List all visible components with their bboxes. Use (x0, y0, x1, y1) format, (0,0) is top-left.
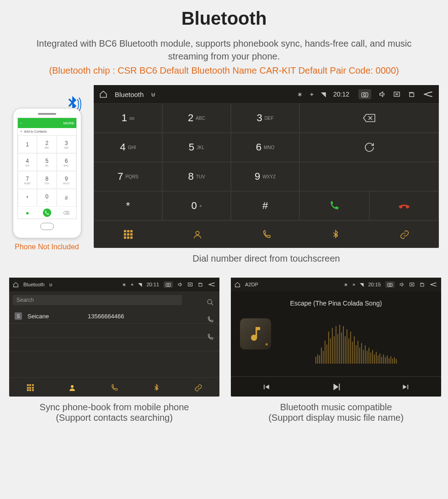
contact-row[interactable]: S Seicane 13566664466 (9, 309, 219, 324)
dialer-navbar (94, 220, 439, 248)
nav-keypad[interactable] (94, 221, 163, 248)
back-icon[interactable] (429, 282, 437, 287)
music-caption-2: (Support display music file name) (231, 413, 441, 423)
home-icon[interactable] (235, 282, 240, 288)
close-icon[interactable] (409, 282, 415, 287)
nav-call-log[interactable] (232, 221, 301, 248)
phone-key-#: # (57, 189, 76, 207)
bluetooth-icon: ∗ (122, 282, 126, 288)
page-title: Bluetooth (9, 8, 439, 29)
dialpad-key-7[interactable]: 7PQRS (94, 162, 162, 191)
dialer-caption: Dial number direct from touchscreen (94, 253, 439, 264)
nav-contacts[interactable] (163, 221, 232, 248)
volume-icon[interactable] (399, 282, 405, 287)
phone-backspace-icon: ⌫ (57, 207, 76, 219)
nav-link[interactable] (370, 221, 439, 248)
dialpad-key-3[interactable]: 3DEF (231, 103, 299, 133)
call-icon[interactable] (207, 316, 214, 323)
dialpad-key-2[interactable]: 2ABC (162, 103, 231, 133)
empty-cell (299, 162, 439, 191)
plus-icon: + (21, 130, 22, 133)
recent-apps-icon[interactable] (419, 282, 425, 287)
camera-icon[interactable] (164, 281, 173, 288)
nav-link[interactable] (177, 378, 219, 397)
location-icon: ⌖ (352, 282, 355, 288)
nav-call-log[interactable] (93, 378, 135, 397)
wifi-icon: ◥ (360, 282, 363, 288)
dialpad-key-4[interactable]: 4GHI (94, 133, 162, 162)
contacts-topbar: Bluetooth ⊍ ∗ ⌖ ◥ 20:11 (9, 278, 219, 291)
bluetooth-icon: ∗ (297, 91, 303, 98)
contact-name: Seicane (27, 313, 82, 320)
phone-video-call-icon: ■ (18, 207, 37, 219)
svg-point-11 (71, 385, 74, 388)
phone-more-label: MORE (64, 121, 75, 125)
call-button[interactable] (299, 191, 369, 220)
dialpad-key-*[interactable]: * (94, 191, 162, 220)
dialpad-key-#[interactable]: # (231, 191, 299, 220)
contacts-topbar-title: Bluetooth (23, 282, 44, 287)
svg-rect-15 (421, 284, 424, 286)
dialpad-key-1[interactable]: 1oo (94, 103, 162, 133)
phone-key-0: 0+ (37, 189, 57, 207)
phone-key-8: 8TUV (37, 171, 57, 189)
close-icon[interactable] (393, 91, 400, 98)
music-topbar-title: A2DP (245, 282, 258, 287)
add-contacts-label: Add to Contacts (24, 130, 47, 133)
search-icon[interactable] (207, 299, 214, 306)
prev-track-button[interactable] (231, 377, 301, 397)
contacts-navbar (9, 377, 219, 397)
play-pause-button[interactable] (301, 377, 371, 397)
music-note-icon: ∗ (240, 318, 271, 349)
music-controls (231, 376, 441, 397)
dialpad-key-9[interactable]: 9WXYZ (231, 162, 299, 191)
dialer-screen: Bluetooth ⊍ ∗ ⌖ ◥ 20:12 1oo2ABC3DEF4GHI5… (94, 85, 439, 248)
dialpad-key-5[interactable]: 5JKL (162, 133, 231, 162)
dialpad-key-6[interactable]: 6MNO (231, 133, 299, 162)
page-subtitle: Integrated with BC6 Bluetooth module, su… (32, 37, 416, 63)
phone-keypad: 12ABC3DEF4GHI5JKL6MNO7PQRS8TUV9WXYZ*0+# (18, 135, 76, 207)
search-input[interactable]: Search (13, 295, 182, 305)
back-icon[interactable] (208, 282, 216, 287)
home-icon[interactable] (99, 90, 107, 98)
call-icon[interactable] (207, 333, 214, 341)
add-to-contacts-row: + Add to Contacts (18, 128, 76, 135)
contact-row-empty (9, 338, 219, 351)
dialpad-key-0[interactable]: 0+ (162, 191, 231, 220)
nav-contacts[interactable] (51, 378, 93, 397)
svg-rect-4 (410, 93, 414, 97)
recent-apps-icon[interactable] (197, 282, 203, 287)
svg-point-0 (43, 209, 51, 217)
keypad-icon (27, 384, 34, 391)
volume-icon[interactable] (379, 91, 386, 98)
phone-key-4: 4GHI (18, 153, 37, 171)
dialpad-key-8[interactable]: 8TUV (162, 162, 231, 191)
track-title: Escape (The Pina Colada Song) (231, 300, 441, 307)
music-caption-1: Bluetooth music compatible (231, 402, 441, 413)
svg-point-7 (167, 284, 169, 286)
redial-button[interactable] (299, 133, 439, 162)
phone-key-3: 3DEF (57, 135, 76, 153)
contact-row-empty (9, 351, 219, 365)
backspace-button[interactable] (299, 103, 439, 133)
next-track-button[interactable] (371, 377, 441, 397)
dialpad: 1oo2ABC3DEF4GHI5JKL6MNO7PQRS8TUV9WXYZ*0+… (94, 103, 439, 220)
hangup-button[interactable] (369, 191, 439, 220)
volume-icon[interactable] (177, 282, 183, 287)
camera-icon[interactable] (358, 89, 371, 99)
usb-icon: ⊍ (151, 91, 155, 98)
svg-point-13 (389, 284, 391, 286)
nav-bluetooth[interactable] (301, 221, 370, 248)
close-icon[interactable] (187, 282, 193, 287)
recent-apps-icon[interactable] (408, 91, 415, 98)
back-icon[interactable] (422, 91, 433, 98)
nav-bluetooth[interactable] (135, 378, 177, 397)
camera-icon[interactable] (385, 281, 395, 288)
phone-key-2: 2ABC (37, 135, 57, 153)
music-topbar: A2DP ∗ ⌖ ◥ 20:15 (231, 278, 441, 291)
nav-keypad[interactable] (9, 378, 51, 397)
contact-row-empty (9, 324, 219, 338)
phone-home-button (40, 223, 54, 230)
music-screen: A2DP ∗ ⌖ ◥ 20:15 Escape (The Pina Colada… (231, 278, 441, 397)
home-icon[interactable] (13, 282, 19, 288)
